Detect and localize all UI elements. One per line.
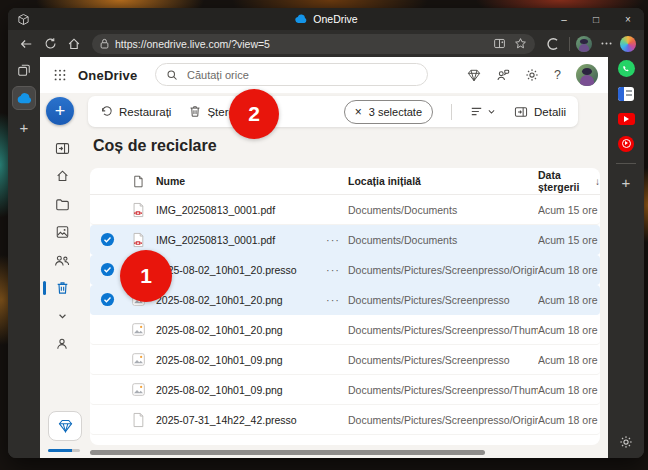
column-location[interactable]: Locația inițială	[348, 175, 538, 187]
more-options-icon[interactable]: ···	[326, 294, 348, 306]
pdf-file-icon	[131, 202, 145, 218]
app-launcher-icon[interactable]	[53, 68, 67, 82]
column-deleted-date[interactable]: Data ștergerii ↓	[538, 169, 600, 193]
file-name[interactable]: 2025-08-02_10h01_09.png	[156, 354, 326, 366]
premium-upgrade-button[interactable]	[48, 411, 82, 441]
file-list-card: Nume Locația inițială Data ștergerii ↓ I…	[90, 168, 600, 445]
search-input[interactable]	[185, 68, 417, 82]
account-avatar[interactable]	[576, 64, 598, 86]
premium-diamond-icon[interactable]	[467, 69, 481, 82]
tab-list-icon[interactable]	[17, 63, 31, 77]
file-original-location: Documents/Pictures/Screenpresso/Thumbn..…	[348, 384, 538, 396]
table-row[interactable]: 2025-08-02_10h01_20.png Documents/Pictur…	[90, 315, 600, 345]
file-original-location: Documents/Pictures/Screenpresso/Original…	[348, 414, 538, 426]
rail-person-icon[interactable]	[50, 335, 74, 353]
table-row[interactable]: 2025-07-31_14h22_42.presso Documents/Pic…	[90, 405, 600, 435]
rail-files-folder-icon[interactable]	[50, 195, 74, 213]
image-file-icon	[131, 352, 146, 367]
rail-more-chevron-icon[interactable]	[50, 307, 74, 325]
file-name[interactable]: 2025-08-02_10h01_20.presso	[156, 264, 326, 276]
onedrive-page: OneDrive ?	[40, 57, 608, 458]
home-icon[interactable]	[64, 34, 84, 54]
page-title: Coș de reciclare	[93, 137, 217, 155]
table-row[interactable]: 2025-08-02_10h01_09.png Documents/Pictur…	[90, 345, 600, 375]
file-deleted-date: Acum 15 ore	[538, 234, 600, 246]
onedrive-cloud-icon	[16, 93, 32, 104]
image-file-icon	[131, 382, 146, 397]
details-button[interactable]: Detalii	[514, 106, 566, 118]
selected-check-icon	[100, 292, 115, 307]
sidebar-add-icon[interactable]: +	[622, 175, 631, 190]
file-name[interactable]: 2025-08-02_10h01_20.png	[156, 324, 326, 336]
file-name[interactable]: IMG_20250813_0001.pdf	[156, 234, 326, 246]
tab-onedrive[interactable]	[12, 86, 36, 110]
address-bar[interactable]: https://onedrive.live.com/?view=5	[92, 34, 535, 54]
clear-selection-button[interactable]: × 3 selectate	[344, 100, 433, 124]
onedrive-cloud-icon	[294, 14, 307, 24]
copilot-icon[interactable]	[620, 36, 636, 52]
toolbar-divider	[569, 37, 570, 51]
url-text[interactable]: https://onedrive.live.com/?view=5	[115, 38, 487, 50]
file-original-location: Documents/Documents	[348, 234, 538, 246]
favorites-star-icon[interactable]	[514, 37, 527, 50]
file-original-location: Documents/Pictures/Screenpresso/Original…	[348, 264, 538, 276]
more-options-icon[interactable]: ···	[326, 264, 348, 276]
selected-check-icon	[100, 232, 115, 247]
sort-lines-icon	[470, 106, 483, 117]
whatsapp-icon[interactable]	[618, 60, 635, 77]
split-screen-icon[interactable]	[493, 37, 506, 50]
table-row[interactable]: 2025-08-02_10h01_09.png Documents/Pictur…	[90, 375, 600, 405]
file-type-column-icon[interactable]	[126, 175, 156, 188]
add-new-button[interactable]: +	[46, 97, 74, 125]
extensions-icon[interactable]	[543, 34, 563, 54]
youtube-icon[interactable]	[617, 110, 635, 127]
more-options-icon[interactable]: ···	[326, 234, 348, 246]
rail-people-icon[interactable]	[50, 251, 74, 269]
horizontal-scrollbar[interactable]	[90, 450, 485, 455]
settings-more-icon[interactable]	[596, 34, 616, 54]
search-box[interactable]	[155, 63, 428, 86]
file-name[interactable]: 2025-08-02_10h01_09.png	[156, 384, 326, 396]
sidebar-divider	[616, 163, 636, 164]
active-tab-title[interactable]: OneDrive	[8, 8, 644, 30]
refresh-icon[interactable]	[40, 34, 60, 54]
feedback-icon[interactable]	[496, 68, 510, 82]
rail-photos-icon[interactable]	[50, 223, 74, 241]
file-original-location: Documents/Pictures/Screenpresso	[348, 354, 538, 366]
sort-menu-button[interactable]	[470, 106, 496, 117]
restore-button[interactable]: Restaurați	[100, 105, 171, 118]
back-icon[interactable]	[16, 34, 36, 54]
rail-recycle-bin-icon[interactable]	[50, 279, 74, 297]
annotation-step-1: 1	[120, 250, 172, 302]
file-list: IMG_20250813_0001.pdf Documents/Document…	[90, 195, 600, 435]
browser-titlebar: OneDrive – □ ×	[8, 8, 644, 30]
column-name[interactable]: Nume	[156, 175, 326, 187]
table-row[interactable]: IMG_20250813_0001.pdf ··· Documents/Docu…	[90, 225, 600, 255]
new-tab-icon[interactable]: +	[20, 119, 29, 136]
file-name[interactable]: 2025-08-02_10h01_20.png	[156, 294, 326, 306]
sort-desc-icon: ↓	[595, 176, 600, 187]
app-name: OneDrive	[78, 68, 137, 83]
youtube-music-icon[interactable]	[617, 135, 635, 152]
selected-check-icon	[100, 262, 115, 277]
row-checkbox[interactable]	[100, 232, 126, 247]
help-icon[interactable]: ?	[554, 68, 561, 82]
lock-icon	[100, 38, 109, 49]
table-row[interactable]: IMG_20250813_0001.pdf Documents/Document…	[90, 195, 600, 225]
list-header: Nume Locația inițială Data ștergerii ↓	[90, 168, 600, 195]
settings-gear-icon[interactable]	[525, 68, 539, 82]
file-name[interactable]: 2025-07-31_14h22_42.presso	[156, 414, 326, 426]
file-deleted-date: Acum 15 ore	[538, 204, 600, 216]
file-deleted-date: Acum 18 ore	[538, 324, 600, 336]
sidebar-settings-gear-icon[interactable]	[619, 435, 633, 449]
file-deleted-date: Acum 18 ore	[538, 264, 600, 276]
rail-home-icon[interactable]	[50, 167, 74, 185]
vertical-tabstrip: +	[8, 57, 40, 458]
file-deleted-date: Acum 18 ore	[538, 354, 600, 366]
browser-profile-avatar[interactable]	[576, 36, 592, 52]
file-name[interactable]: IMG_20250813_0001.pdf	[156, 204, 326, 216]
browser-window: OneDrive – □ × https://onedrive.live.com…	[8, 8, 644, 458]
row-checkbox[interactable]	[100, 292, 126, 307]
collapse-pane-icon[interactable]	[50, 139, 74, 157]
news-app-icon[interactable]	[617, 85, 635, 102]
